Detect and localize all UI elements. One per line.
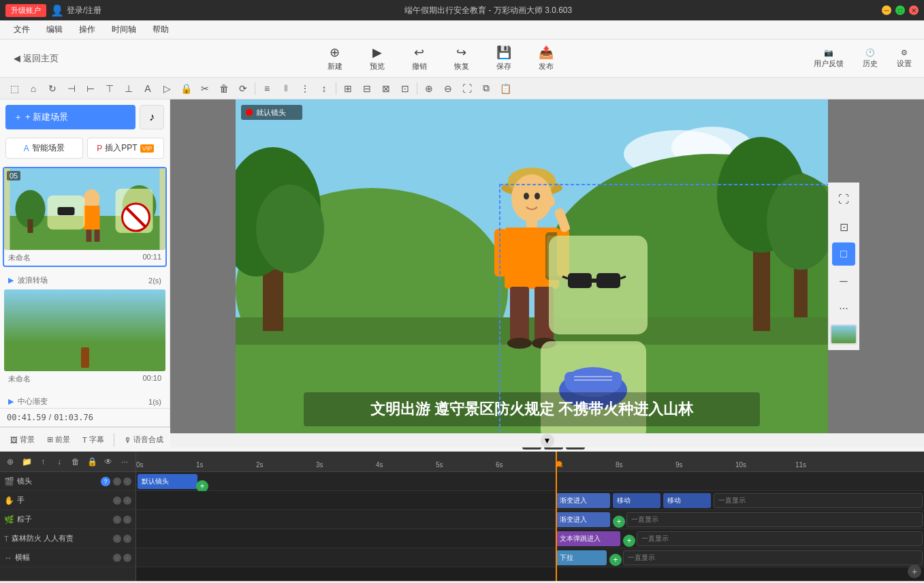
- grid-icon[interactable]: ⊞: [339, 80, 357, 97]
- transition-06[interactable]: ▶ 中心渐变 1(s): [3, 394, 167, 408]
- zongzi-fade-in-clip[interactable]: 渐变进入: [556, 512, 610, 527]
- zongzi-ctrl-2[interactable]: ·: [123, 516, 131, 524]
- paste-icon[interactable]: 📋: [496, 80, 514, 97]
- insert-ppt-button[interactable]: P 插入PPT VIP: [87, 138, 165, 159]
- new-scene-button[interactable]: ＋ + 新建场景: [5, 105, 136, 129]
- transform-icon[interactable]: ⟳: [234, 80, 252, 97]
- hand-ctrl-1[interactable]: ·: [113, 497, 121, 505]
- smart-scene-button[interactable]: A 智能场景: [5, 138, 83, 159]
- add-zongzi-marker[interactable]: +: [613, 516, 625, 528]
- hand-always-clip[interactable]: 一直显示: [714, 493, 923, 508]
- upgrade-button[interactable]: 升级账户: [5, 4, 46, 17]
- select-icon[interactable]: ⬚: [5, 80, 23, 97]
- foreground-button[interactable]: ⊞ 前景: [42, 432, 75, 447]
- zoom-fit-button[interactable]: ⊡: [832, 215, 855, 238]
- loop-icon[interactable]: ↻: [44, 80, 61, 97]
- minus-button[interactable]: ─: [832, 270, 855, 293]
- step-icon[interactable]: ⊠: [377, 80, 395, 97]
- menu-operate[interactable]: 操作: [72, 22, 102, 37]
- zoom-out-icon[interactable]: ⊖: [439, 80, 457, 97]
- zongzi-ctrl-1[interactable]: ·: [113, 516, 121, 524]
- lock-track-icon[interactable]: 🔒: [86, 457, 98, 467]
- thumbnail-button[interactable]: [830, 324, 857, 345]
- banner-pulldown-clip[interactable]: 下拉: [556, 550, 607, 565]
- transition-05[interactable]: ▶ 波浪转场 2(s): [3, 272, 167, 288]
- add-track-icon[interactable]: ⊕: [4, 457, 16, 467]
- hand-move-clip-1[interactable]: 移动: [613, 493, 660, 508]
- cut-icon[interactable]: ✂: [196, 80, 214, 97]
- eye-icon[interactable]: 👁: [102, 457, 114, 467]
- copy-icon[interactable]: ⧉: [477, 80, 495, 97]
- banner-ctrl-2[interactable]: ·: [123, 554, 131, 562]
- close-button[interactable]: ✕: [909, 5, 919, 15]
- user-label[interactable]: 登录/注册: [67, 5, 101, 16]
- expand-timeline-button[interactable]: ▼: [541, 434, 554, 447]
- folder-icon[interactable]: 📁: [20, 457, 33, 467]
- center-h-icon[interactable]: ↕: [315, 80, 333, 97]
- music-button[interactable]: ♪: [140, 105, 164, 129]
- text-always-clip[interactable]: 一直显示: [637, 531, 923, 546]
- hand-fade-in-clip[interactable]: 渐变进入: [556, 493, 610, 508]
- hand-move-clip-2[interactable]: 移动: [663, 493, 711, 508]
- zoom-in-icon[interactable]: ⊕: [420, 80, 438, 97]
- timeline-add-button[interactable]: +: [908, 565, 921, 578]
- new-button[interactable]: ⊕ 新建: [322, 42, 348, 74]
- camera-ctrl-2[interactable]: ·: [123, 477, 131, 486]
- undo-button[interactable]: ↩ 撤销: [407, 42, 432, 74]
- move-down-icon[interactable]: ↓: [53, 457, 65, 467]
- align-right-icon[interactable]: ⊢: [82, 80, 99, 97]
- text-bounce-clip[interactable]: 文本弹跳进入: [556, 531, 620, 546]
- row-icon[interactable]: ⋮: [296, 80, 314, 97]
- hand-ctrl-2[interactable]: ·: [123, 497, 131, 505]
- text-icon[interactable]: A: [139, 80, 157, 97]
- minimize-button[interactable]: ─: [882, 5, 891, 15]
- layer-button[interactable]: □: [832, 242, 855, 266]
- playhead[interactable]: [556, 452, 557, 581]
- camera-ctrl-1[interactable]: ·: [113, 477, 121, 486]
- home-icon[interactable]: ⌂: [25, 80, 42, 97]
- fullscreen-tool-button[interactable]: ⛶: [832, 188, 855, 211]
- col-icon[interactable]: ⦀: [277, 80, 295, 97]
- publish-button[interactable]: 📤 发布: [533, 42, 559, 74]
- subtitle-button[interactable]: T 字幕: [78, 432, 109, 447]
- banner-ctrl-1[interactable]: ·: [113, 554, 121, 562]
- delete-icon[interactable]: 🗑: [215, 80, 233, 97]
- back-home-button[interactable]: ◀ 返回主页: [7, 50, 65, 67]
- redo-button[interactable]: ↪ 恢复: [449, 42, 475, 74]
- forward-icon[interactable]: ▷: [158, 80, 176, 97]
- more-track-icon[interactable]: ···: [118, 457, 131, 467]
- align-bottom-icon[interactable]: ⊥: [120, 80, 138, 97]
- align-left-icon[interactable]: ⊣: [63, 80, 80, 97]
- main-canvas[interactable]: 文明出游 遵守景区防火规定 不携带火种进入山林 就认镜头: [236, 99, 828, 433]
- more1-icon[interactable]: ⊟: [358, 80, 376, 97]
- text-ctrl-2[interactable]: ·: [123, 535, 131, 543]
- help-icon[interactable]: ?: [101, 477, 110, 486]
- default-camera-clip[interactable]: 默认镜头: [138, 474, 197, 489]
- scene-item-06[interactable]: 06 未命名 00:10: [3, 288, 167, 388]
- delete-track-icon[interactable]: 🗑: [69, 457, 82, 467]
- settings-button[interactable]: ⚙ 设置: [891, 46, 917, 72]
- save-button[interactable]: 💾 保存: [491, 42, 517, 74]
- history-button[interactable]: 🕐 历史: [857, 46, 883, 72]
- feedback-button[interactable]: 📷 用户反馈: [808, 46, 849, 72]
- zongzi-always-clip[interactable]: 一直显示: [626, 512, 923, 527]
- banner-always-clip[interactable]: 一直显示: [623, 550, 923, 565]
- menu-file[interactable]: 文件: [7, 22, 37, 37]
- voice-synthesis-button[interactable]: 🎙 语音合成: [119, 432, 168, 447]
- list-icon[interactable]: ≡: [258, 80, 276, 97]
- align-top-icon[interactable]: ⊤: [101, 80, 118, 97]
- maximize-button[interactable]: □: [895, 5, 905, 15]
- more-button[interactable]: ···: [832, 297, 855, 320]
- menu-timeline[interactable]: 时间轴: [105, 22, 143, 37]
- more2-icon[interactable]: ⊡: [396, 80, 414, 97]
- text-ctrl-1[interactable]: ·: [113, 535, 121, 543]
- add-text-marker[interactable]: +: [623, 535, 635, 547]
- fullscreen-icon[interactable]: ⛶: [458, 80, 476, 97]
- move-up-icon[interactable]: ↑: [37, 457, 49, 467]
- menu-edit[interactable]: 编辑: [39, 22, 69, 37]
- add-banner-marker[interactable]: +: [609, 554, 622, 566]
- bg-button[interactable]: 🖼 背景: [5, 432, 39, 447]
- preview-button[interactable]: ▶ 预览: [364, 42, 390, 74]
- lock-icon[interactable]: 🔒: [177, 80, 195, 97]
- menu-help[interactable]: 帮助: [146, 22, 176, 37]
